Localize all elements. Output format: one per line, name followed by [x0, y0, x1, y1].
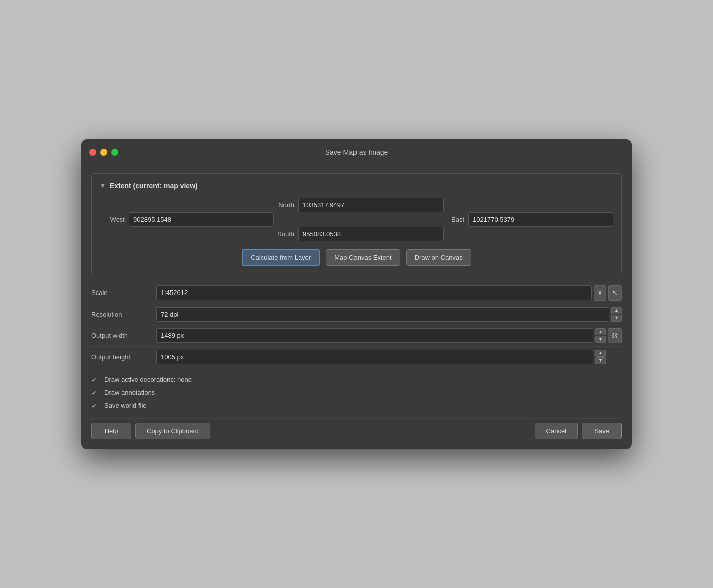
east-label: East: [439, 216, 464, 223]
minimize-button[interactable]: [100, 149, 107, 156]
draw-decorations-label[interactable]: Draw active decorations: none: [104, 376, 192, 383]
extent-section: ▼ Extent (current: map view) North West …: [91, 173, 622, 274]
west-east-row: West East: [100, 212, 613, 227]
south-label: South: [269, 230, 294, 238]
scale-input[interactable]: [156, 285, 592, 300]
dropdown-arrow-icon: ▼: [597, 290, 603, 296]
lock-icon: ⛓: [612, 332, 618, 339]
south-row: South: [100, 227, 613, 241]
output-height-input-wrap: ▲ ▼: [156, 350, 622, 364]
resolution-spinner: ▲ ▼: [611, 307, 622, 322]
draw-decorations-row: ✓ Draw active decorations: none: [91, 373, 622, 386]
maximize-button[interactable]: [111, 149, 118, 156]
output-height-row: Output height ▲ ▼: [91, 347, 622, 367]
draw-on-canvas-button[interactable]: Draw on Canvas: [406, 249, 471, 266]
close-button[interactable]: [89, 149, 96, 156]
traffic-lights: [89, 149, 118, 156]
height-spin-down[interactable]: ▼: [595, 357, 606, 364]
output-width-label: Output width: [91, 332, 156, 339]
resolution-input[interactable]: [156, 307, 609, 322]
scale-label: Scale: [91, 289, 156, 297]
west-input[interactable]: [129, 212, 274, 227]
map-canvas-extent-button[interactable]: Map Canvas Extent: [326, 249, 400, 266]
west-group: West: [100, 212, 274, 227]
resolution-label: Resolution: [91, 311, 156, 318]
bottom-left-buttons: Help Copy to Clipboard: [91, 423, 210, 439]
north-row: North: [100, 198, 613, 212]
width-spin-up[interactable]: ▲: [595, 328, 606, 335]
height-spin-up[interactable]: ▲: [595, 350, 606, 357]
north-input[interactable]: [298, 198, 444, 212]
draw-annotations-label[interactable]: Draw annotations: [104, 389, 155, 396]
draw-annotations-check-icon: ✓: [91, 389, 100, 397]
north-label: North: [269, 201, 294, 209]
draw-annotations-row: ✓ Draw annotations: [91, 386, 622, 399]
draw-decorations-check-icon: ✓: [91, 376, 100, 384]
resolution-spin-up[interactable]: ▲: [611, 307, 622, 314]
output-width-input[interactable]: [156, 328, 593, 343]
scale-input-wrap: ▼ ↖: [156, 285, 622, 301]
help-button[interactable]: Help: [91, 423, 131, 439]
width-spin-down[interactable]: ▼: [595, 336, 606, 343]
resolution-spin-down[interactable]: ▼: [611, 315, 622, 322]
save-world-file-label[interactable]: Save world file: [104, 402, 147, 409]
map-cursor-icon: ↖: [612, 289, 618, 297]
save-world-file-check-icon: ✓: [91, 402, 100, 410]
save-world-file-row: ✓ Save world file: [91, 399, 622, 412]
resolution-row: Resolution ▲ ▼: [91, 304, 622, 325]
south-input[interactable]: [298, 227, 444, 241]
main-window: Save Map as Image ▼ Extent (current: map…: [81, 139, 632, 449]
resolution-input-wrap: ▲ ▼: [156, 307, 622, 322]
titlebar: Save Map as Image: [81, 139, 632, 165]
output-height-label: Output height: [91, 353, 156, 361]
copy-to-clipboard-button[interactable]: Copy to Clipboard: [135, 423, 210, 439]
scale-row: Scale ▼ ↖: [91, 282, 622, 304]
scale-map-cursor-button[interactable]: ↖: [608, 285, 622, 301]
scale-dropdown-button[interactable]: ▼: [594, 285, 606, 301]
width-spinner: ▲ ▼: [595, 328, 606, 343]
output-width-input-wrap: ▲ ▼ ⛓: [156, 328, 622, 343]
cancel-button[interactable]: Cancel: [535, 423, 578, 439]
bottom-right-buttons: Cancel Save: [535, 423, 622, 439]
extent-title: Extent (current: map view): [110, 182, 198, 190]
extent-buttons: Calculate from Layer Map Canvas Extent D…: [100, 249, 613, 266]
checkbox-section: ✓ Draw active decorations: none ✓ Draw a…: [91, 369, 622, 418]
height-spinner: ▲ ▼: [595, 350, 606, 364]
extent-header: ▼ Extent (current: map view): [100, 182, 613, 190]
east-group: East: [439, 212, 613, 227]
chevron-down-icon: ▼: [100, 182, 106, 189]
bottom-buttons: Help Copy to Clipboard Cancel Save: [91, 418, 622, 439]
output-height-input[interactable]: [156, 350, 593, 364]
save-button[interactable]: Save: [582, 423, 622, 439]
east-input[interactable]: [468, 212, 613, 227]
lock-aspect-button[interactable]: ⛓: [608, 328, 622, 343]
window-title: Save Map as Image: [325, 148, 388, 156]
content-area: ▼ Extent (current: map view) North West …: [81, 165, 632, 449]
west-label: West: [100, 216, 125, 223]
output-width-row: Output width ▲ ▼ ⛓: [91, 325, 622, 347]
form-section: Scale ▼ ↖ Resolution ▲: [91, 280, 622, 369]
calculate-from-layer-button[interactable]: Calculate from Layer: [242, 249, 320, 266]
